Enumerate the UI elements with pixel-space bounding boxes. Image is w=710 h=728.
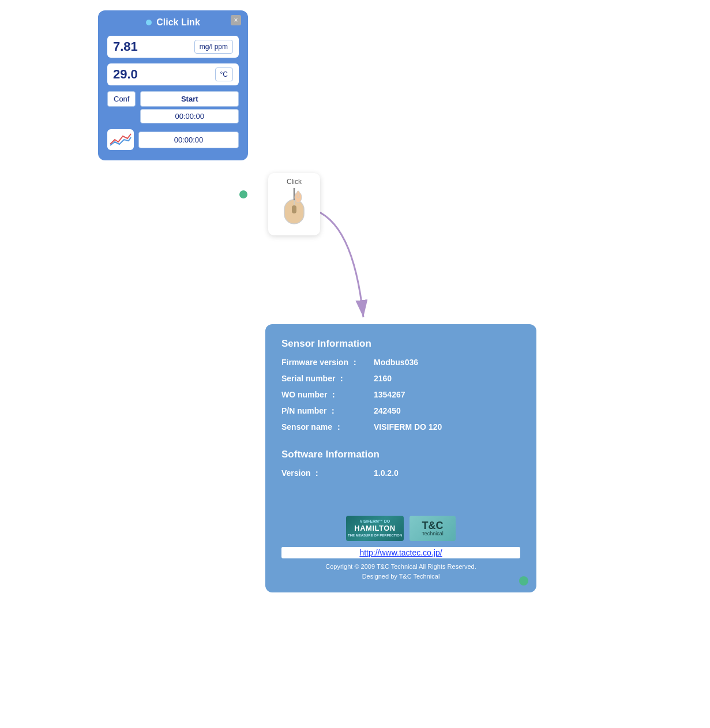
copyright-line2: Designed by T&C Technical	[362, 573, 440, 580]
svg-rect-4	[297, 191, 299, 198]
click-link-panel: Click Link × 7.81 mg/l ppm 29.0 °C Conf …	[98, 10, 248, 160]
section-divider	[281, 438, 520, 449]
version-value: 1.0.2.0	[374, 468, 399, 478]
tc-text: T&C	[422, 520, 444, 531]
unit-2: °C	[215, 67, 233, 81]
conf-button[interactable]: Conf	[107, 91, 136, 107]
chart-icon-box[interactable]	[107, 129, 134, 150]
connector-dot	[239, 190, 247, 198]
copyright-text: Copyright © 2009 T&C Technical All Right…	[281, 562, 520, 581]
sensor-name-row: Sensor name ： VISIFERM DO 120	[281, 422, 520, 433]
sensor-name-label: Sensor name ：	[281, 422, 374, 433]
serial-row: Serial number ： 2160	[281, 374, 520, 384]
serial-value: 2160	[374, 374, 392, 383]
click-label: Click	[287, 178, 302, 186]
panel-title: Click Link	[156, 17, 200, 28]
tc-sub: Technical	[422, 531, 444, 536]
timer-1: 00:00:00	[140, 109, 239, 123]
wo-value: 1354267	[374, 390, 405, 399]
hamilton-main: HAMILTON	[354, 524, 395, 534]
serial-label: Serial number ：	[281, 374, 374, 384]
section-divider-3	[281, 495, 520, 505]
timer-2: 00:00:00	[138, 132, 239, 148]
start-timer-col: Start 00:00:00	[140, 91, 239, 123]
chart-icon	[109, 132, 132, 148]
sensor-panel: Sensor Information Firmware version ： Mo…	[265, 324, 536, 592]
firmware-row: Firmware version ： Modbus036	[281, 358, 520, 368]
click-tooltip: Click	[268, 173, 320, 235]
value-row-2: 29.0 °C	[107, 63, 239, 85]
sensor-name-value: VISIFERM DO 120	[374, 422, 442, 431]
pn-row: P/N number ： 242450	[281, 406, 520, 416]
software-info-title: Software Information	[281, 449, 520, 460]
mouse-icon	[280, 188, 309, 228]
panel-title-dot	[146, 20, 152, 25]
hamilton-logo: VISIFERM™ DO HAMILTON THE MEASURE OF PER…	[346, 516, 404, 541]
controls-row: Conf Start 00:00:00	[107, 91, 239, 123]
start-button[interactable]: Start	[140, 91, 239, 107]
sensor-info-title: Sensor Information	[281, 338, 520, 350]
close-button[interactable]: ×	[231, 15, 241, 25]
value-1: 7.81	[113, 39, 138, 54]
value-2: 29.0	[113, 67, 138, 82]
logos-row: VISIFERM™ DO HAMILTON THE MEASURE OF PER…	[281, 516, 520, 541]
pn-value: 242450	[374, 406, 401, 415]
wo-row: WO number ： 1354267	[281, 390, 520, 400]
svg-rect-2	[292, 205, 296, 213]
tc-logo: T&C Technical	[410, 516, 456, 541]
firmware-label: Firmware version ：	[281, 358, 374, 368]
panel-title-row: Click Link ×	[107, 17, 239, 28]
bottom-row: 00:00:00	[107, 129, 239, 150]
version-label: Version ：	[281, 468, 374, 479]
copyright-line1: Copyright © 2009 T&C Technical All Right…	[325, 563, 476, 570]
pn-label: P/N number ：	[281, 406, 374, 416]
wo-label: WO number ：	[281, 390, 374, 400]
bottom-green-dot	[519, 576, 528, 586]
version-row: Version ： 1.0.2.0	[281, 468, 520, 479]
firmware-value: Modbus036	[374, 358, 418, 367]
section-divider-2	[281, 485, 520, 495]
hamilton-sub: THE MEASURE OF PERFECTION	[348, 534, 402, 538]
value-row-1: 7.81 mg/l ppm	[107, 36, 239, 58]
unit-1: mg/l ppm	[194, 40, 233, 54]
website-link[interactable]: http://www.tactec.co.jp/	[281, 547, 520, 558]
hamilton-top: VISIFERM™ DO	[360, 519, 390, 524]
